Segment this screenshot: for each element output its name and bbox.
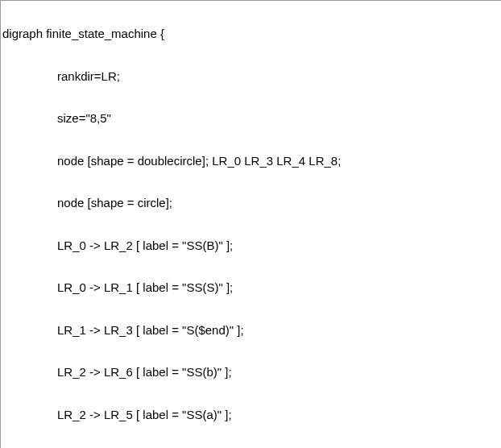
code-edge: LR_2 -> LR_6 [ label = "SS(b)" ]; [2, 362, 501, 383]
code-size: size="8,5" [2, 108, 501, 129]
code-header: digraph finite_state_machine { [2, 23, 501, 44]
code-edge: LR_0 -> LR_1 [ label = "SS(S)" ]; [2, 277, 501, 298]
code-rankdir: rankdir=LR; [2, 66, 501, 87]
code-node-double: node [shape = doublecircle]; LR_0 LR_3 L… [2, 151, 501, 172]
code-block: digraph finite_state_machine { rankdir=L… [2, 2, 501, 448]
code-node-circle: node [shape = circle]; [2, 193, 501, 214]
code-edge: LR_2 -> LR_5 [ label = "SS(a)" ]; [2, 404, 501, 425]
code-edge: LR_0 -> LR_2 [ label = "SS(B)" ]; [2, 235, 501, 256]
code-edge: LR_1 -> LR_3 [ label = "S($end)" ]; [2, 320, 501, 341]
